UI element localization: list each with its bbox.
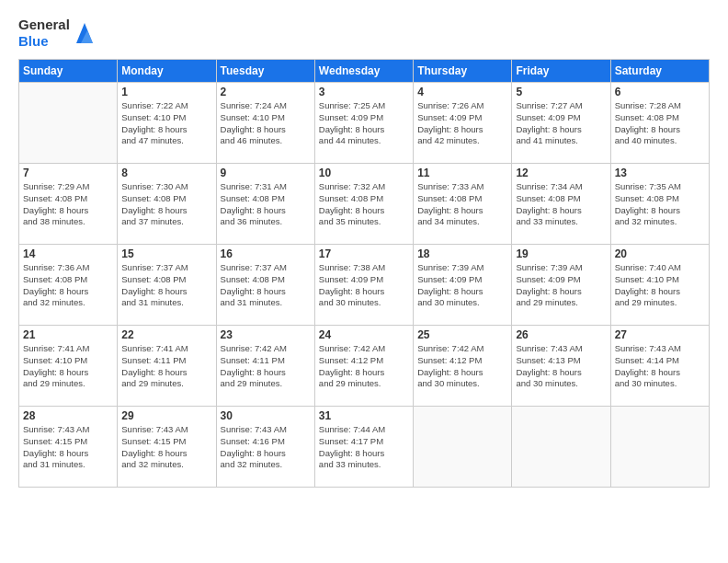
weekday-header-sunday: Sunday — [19, 60, 118, 83]
day-number: 20 — [615, 247, 705, 260]
header: General Blue — [18, 17, 710, 50]
calendar-cell — [512, 407, 610, 488]
calendar-page: General Blue SundayMondayTuesdayWednesda… — [0, 0, 728, 563]
calendar-week-2: 7Sunrise: 7:29 AMSunset: 4:08 PMDaylight… — [19, 164, 710, 245]
weekday-header-wednesday: Wednesday — [314, 60, 413, 83]
calendar-cell: 19Sunrise: 7:39 AMSunset: 4:09 PMDayligh… — [512, 245, 610, 326]
weekday-header-row: SundayMondayTuesdayWednesdayThursdayFrid… — [19, 60, 710, 83]
day-info: Sunrise: 7:39 AMSunset: 4:09 PMDaylight:… — [417, 262, 507, 309]
calendar-cell: 27Sunrise: 7:43 AMSunset: 4:14 PMDayligh… — [610, 326, 709, 407]
calendar-cell: 28Sunrise: 7:43 AMSunset: 4:15 PMDayligh… — [19, 407, 118, 488]
calendar-cell: 17Sunrise: 7:38 AMSunset: 4:09 PMDayligh… — [314, 245, 413, 326]
day-info: Sunrise: 7:29 AMSunset: 4:08 PMDaylight:… — [23, 181, 113, 228]
calendar-cell: 5Sunrise: 7:27 AMSunset: 4:09 PMDaylight… — [512, 83, 610, 164]
calendar-week-3: 14Sunrise: 7:36 AMSunset: 4:08 PMDayligh… — [19, 245, 710, 326]
weekday-header-saturday: Saturday — [610, 60, 709, 83]
day-info: Sunrise: 7:43 AMSunset: 4:16 PMDaylight:… — [221, 424, 311, 471]
calendar-cell: 30Sunrise: 7:43 AMSunset: 4:16 PMDayligh… — [216, 407, 314, 488]
calendar-cell: 14Sunrise: 7:36 AMSunset: 4:08 PMDayligh… — [19, 245, 118, 326]
day-info: Sunrise: 7:31 AMSunset: 4:08 PMDaylight:… — [221, 181, 311, 228]
day-info: Sunrise: 7:30 AMSunset: 4:08 PMDaylight:… — [121, 181, 211, 228]
calendar-cell — [19, 83, 118, 164]
day-info: Sunrise: 7:35 AMSunset: 4:08 PMDaylight:… — [615, 181, 705, 228]
day-info: Sunrise: 7:41 AMSunset: 4:11 PMDaylight:… — [121, 343, 211, 390]
calendar-cell: 3Sunrise: 7:25 AMSunset: 4:09 PMDaylight… — [314, 83, 413, 164]
day-number: 1 — [121, 86, 211, 98]
day-info: Sunrise: 7:44 AMSunset: 4:17 PMDaylight:… — [319, 424, 409, 471]
calendar-cell: 12Sunrise: 7:34 AMSunset: 4:08 PMDayligh… — [512, 164, 610, 245]
calendar-cell: 22Sunrise: 7:41 AMSunset: 4:11 PMDayligh… — [118, 326, 216, 407]
day-info: Sunrise: 7:26 AMSunset: 4:09 PMDaylight:… — [417, 100, 507, 147]
calendar-cell — [610, 407, 709, 488]
day-number: 29 — [121, 409, 211, 422]
day-number: 23 — [221, 328, 311, 341]
calendar-cell: 4Sunrise: 7:26 AMSunset: 4:09 PMDaylight… — [414, 83, 512, 164]
day-info: Sunrise: 7:32 AMSunset: 4:08 PMDaylight:… — [319, 181, 409, 228]
weekday-header-thursday: Thursday — [414, 60, 512, 83]
day-info: Sunrise: 7:42 AMSunset: 4:12 PMDaylight:… — [319, 343, 409, 390]
calendar-cell: 11Sunrise: 7:33 AMSunset: 4:08 PMDayligh… — [414, 164, 512, 245]
logo-blue: Blue — [18, 33, 70, 50]
calendar-cell: 18Sunrise: 7:39 AMSunset: 4:09 PMDayligh… — [414, 245, 512, 326]
logo: General Blue — [18, 17, 93, 50]
day-info: Sunrise: 7:40 AMSunset: 4:10 PMDaylight:… — [615, 262, 705, 309]
day-number: 16 — [221, 247, 311, 260]
day-number: 22 — [121, 328, 211, 341]
day-info: Sunrise: 7:42 AMSunset: 4:12 PMDaylight:… — [417, 343, 507, 390]
day-number: 31 — [319, 409, 409, 422]
day-info: Sunrise: 7:38 AMSunset: 4:09 PMDaylight:… — [319, 262, 409, 309]
logo-general: General — [18, 17, 70, 33]
calendar-table: SundayMondayTuesdayWednesdayThursdayFrid… — [18, 59, 710, 488]
logo-icon — [76, 23, 93, 43]
day-number: 11 — [417, 167, 507, 179]
weekday-header-monday: Monday — [118, 60, 216, 83]
calendar-cell: 1Sunrise: 7:22 AMSunset: 4:10 PMDaylight… — [118, 83, 216, 164]
day-number: 25 — [417, 328, 507, 341]
day-info: Sunrise: 7:22 AMSunset: 4:10 PMDaylight:… — [121, 100, 211, 147]
calendar-cell: 16Sunrise: 7:37 AMSunset: 4:08 PMDayligh… — [216, 245, 314, 326]
day-number: 30 — [221, 409, 311, 422]
day-number: 15 — [121, 247, 211, 260]
day-number: 7 — [23, 167, 113, 179]
day-info: Sunrise: 7:33 AMSunset: 4:08 PMDaylight:… — [417, 181, 507, 228]
day-number: 26 — [516, 328, 606, 341]
calendar-cell: 31Sunrise: 7:44 AMSunset: 4:17 PMDayligh… — [314, 407, 413, 488]
calendar-week-5: 28Sunrise: 7:43 AMSunset: 4:15 PMDayligh… — [19, 407, 710, 488]
day-number: 19 — [516, 247, 606, 260]
day-info: Sunrise: 7:39 AMSunset: 4:09 PMDaylight:… — [516, 262, 606, 309]
day-info: Sunrise: 7:37 AMSunset: 4:08 PMDaylight:… — [121, 262, 211, 309]
day-number: 24 — [319, 328, 409, 341]
day-info: Sunrise: 7:34 AMSunset: 4:08 PMDaylight:… — [516, 181, 606, 228]
calendar-cell: 20Sunrise: 7:40 AMSunset: 4:10 PMDayligh… — [610, 245, 709, 326]
day-info: Sunrise: 7:43 AMSunset: 4:13 PMDaylight:… — [516, 343, 606, 390]
day-number: 9 — [221, 167, 311, 179]
day-number: 3 — [319, 86, 409, 98]
calendar-cell: 7Sunrise: 7:29 AMSunset: 4:08 PMDaylight… — [19, 164, 118, 245]
calendar-cell: 9Sunrise: 7:31 AMSunset: 4:08 PMDaylight… — [216, 164, 314, 245]
calendar-week-4: 21Sunrise: 7:41 AMSunset: 4:10 PMDayligh… — [19, 326, 710, 407]
calendar-cell: 10Sunrise: 7:32 AMSunset: 4:08 PMDayligh… — [314, 164, 413, 245]
day-number: 6 — [615, 86, 705, 98]
day-number: 2 — [221, 86, 311, 98]
calendar-cell: 23Sunrise: 7:42 AMSunset: 4:11 PMDayligh… — [216, 326, 314, 407]
calendar-cell: 29Sunrise: 7:43 AMSunset: 4:15 PMDayligh… — [118, 407, 216, 488]
day-info: Sunrise: 7:43 AMSunset: 4:14 PMDaylight:… — [615, 343, 705, 390]
day-number: 17 — [319, 247, 409, 260]
day-number: 14 — [23, 247, 113, 260]
calendar-cell: 13Sunrise: 7:35 AMSunset: 4:08 PMDayligh… — [610, 164, 709, 245]
calendar-cell: 8Sunrise: 7:30 AMSunset: 4:08 PMDaylight… — [118, 164, 216, 245]
day-info: Sunrise: 7:37 AMSunset: 4:08 PMDaylight:… — [221, 262, 311, 309]
day-info: Sunrise: 7:42 AMSunset: 4:11 PMDaylight:… — [221, 343, 311, 390]
calendar-cell: 2Sunrise: 7:24 AMSunset: 4:10 PMDaylight… — [216, 83, 314, 164]
calendar-week-1: 1Sunrise: 7:22 AMSunset: 4:10 PMDaylight… — [19, 83, 710, 164]
weekday-header-friday: Friday — [512, 60, 610, 83]
calendar-cell: 26Sunrise: 7:43 AMSunset: 4:13 PMDayligh… — [512, 326, 610, 407]
calendar-cell: 15Sunrise: 7:37 AMSunset: 4:08 PMDayligh… — [118, 245, 216, 326]
day-number: 28 — [23, 409, 113, 422]
day-number: 27 — [615, 328, 705, 341]
weekday-header-tuesday: Tuesday — [216, 60, 314, 83]
day-number: 10 — [319, 167, 409, 179]
day-info: Sunrise: 7:36 AMSunset: 4:08 PMDaylight:… — [23, 262, 113, 309]
day-number: 5 — [516, 86, 606, 98]
day-number: 21 — [23, 328, 113, 341]
